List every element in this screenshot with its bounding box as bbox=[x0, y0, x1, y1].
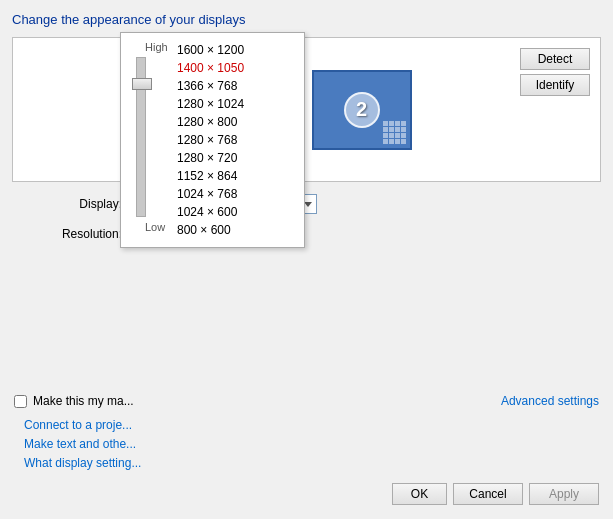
identify-button[interactable]: Identify bbox=[520, 74, 590, 96]
detect-button[interactable]: Detect bbox=[520, 48, 590, 70]
ok-button[interactable]: OK bbox=[392, 483, 447, 505]
detect-buttons-group: Detect Identify bbox=[520, 48, 590, 96]
list-item[interactable]: 1280 × 1024 bbox=[161, 95, 304, 113]
what-display-link[interactable]: What display setting... bbox=[14, 456, 599, 470]
resolution-popup: High Low 1600 × 1200 1400 × 1050 1366 × … bbox=[120, 32, 305, 248]
list-item[interactable]: 1024 × 768 bbox=[161, 185, 304, 203]
make-text-link[interactable]: Make text and othe... bbox=[14, 437, 599, 451]
checkbox-label: Make this my ma... bbox=[33, 394, 134, 408]
slider-track[interactable] bbox=[136, 57, 146, 217]
monitor-2[interactable]: 2 bbox=[312, 70, 412, 150]
apply-button[interactable]: Apply bbox=[529, 483, 599, 505]
list-item[interactable]: 800 × 600 bbox=[161, 221, 304, 239]
resolution-items-list: 1600 × 1200 1400 × 1050 1366 × 768 1280 … bbox=[161, 39, 304, 241]
advanced-settings-link[interactable]: Advanced settings bbox=[501, 394, 599, 408]
list-item[interactable]: 1400 × 1050 bbox=[161, 59, 304, 77]
connect-project-link[interactable]: Connect to a proje... bbox=[14, 418, 599, 432]
bottom-section: Make this my ma... Advanced settings Con… bbox=[0, 384, 613, 519]
display-label: Display: bbox=[12, 197, 132, 211]
monitor-2-number: 2 bbox=[344, 92, 380, 128]
main-window: Change the appearance of your displays 1… bbox=[0, 0, 613, 519]
checkbox-row: Make this my ma... Advanced settings bbox=[14, 394, 599, 408]
monitor-container: 1 2 bbox=[13, 70, 600, 150]
display-preview-area: 1 2 Detect Identify bbox=[12, 37, 601, 182]
resolution-row: Resolution: 1400 × 1050 bbox=[12, 224, 601, 244]
display-dropdown-arrow-icon bbox=[304, 202, 312, 207]
list-item[interactable]: 1600 × 1200 bbox=[161, 41, 304, 59]
slider-thumb[interactable] bbox=[132, 78, 152, 90]
cancel-button[interactable]: Cancel bbox=[453, 483, 523, 505]
low-label: Low bbox=[135, 219, 155, 235]
monitor-2-grid bbox=[383, 121, 406, 144]
list-item[interactable]: 1280 × 768 bbox=[161, 131, 304, 149]
list-item[interactable]: 1366 × 768 bbox=[161, 77, 304, 95]
slider-area: High Low bbox=[121, 39, 161, 235]
resolution-label: Resolution: bbox=[12, 227, 132, 241]
high-label: High bbox=[135, 39, 155, 55]
page-title: Change the appearance of your displays bbox=[12, 12, 601, 27]
make-main-checkbox[interactable] bbox=[14, 395, 27, 408]
display-row: Display: 2. Generic Non-PnP Monitor bbox=[12, 194, 601, 214]
list-item[interactable]: 1280 × 800 bbox=[161, 113, 304, 131]
list-item[interactable]: 1152 × 864 bbox=[161, 167, 304, 185]
list-item[interactable]: 1024 × 600 bbox=[161, 203, 304, 221]
bottom-buttons: OK Cancel Apply bbox=[392, 483, 599, 505]
list-item[interactable]: 1280 × 720 bbox=[161, 149, 304, 167]
